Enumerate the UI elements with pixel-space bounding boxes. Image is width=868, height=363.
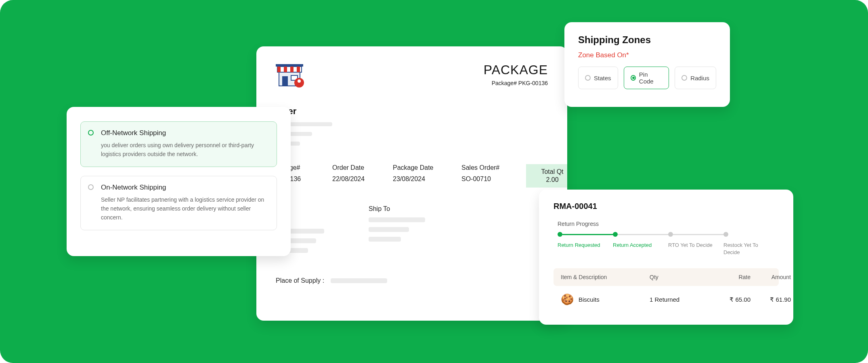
zone-option-label: Radius: [690, 75, 709, 81]
option-title: Off-Network Shipping: [101, 129, 269, 137]
col-item: Item & Description: [561, 274, 650, 280]
ship-to-block: Ship To: [369, 205, 490, 253]
zone-option-states[interactable]: States: [578, 67, 618, 89]
progress-step-accepted: Return Accepted: [613, 232, 668, 249]
progress-step-label: Return Requested: [558, 242, 602, 249]
store-icon: [276, 63, 305, 89]
svg-rect-6: [276, 64, 303, 67]
progress-step-rto: RTO Yet To Decide: [668, 232, 723, 249]
ship-to-label: Ship To: [369, 205, 490, 213]
col-amount: Amount: [751, 274, 791, 280]
biscuit-icon: 🍪: [561, 293, 574, 306]
progress-step-requested: Return Requested: [558, 232, 613, 249]
return-progress-label: Return Progress: [558, 221, 779, 227]
meta-label: Order Date: [332, 164, 393, 171]
package-subtitle: Package# PKG-00136: [484, 80, 548, 86]
progress-step-label: Restock Yet To Decide: [723, 242, 768, 256]
svg-rect-2: [277, 67, 281, 72]
progress-dot-icon: [668, 232, 673, 237]
rma-card: RMA-00041 Return Progress Return Request…: [539, 190, 793, 325]
meta-sales-order: Sales Order# SO-00710: [461, 164, 526, 183]
skeleton-line: [369, 217, 425, 222]
svg-rect-3: [284, 67, 287, 72]
rma-title: RMA-00041: [554, 202, 779, 211]
radio-icon: [631, 75, 636, 81]
col-rate: Rate: [702, 274, 751, 280]
progress-dot-icon: [558, 232, 562, 237]
shipping-zones-card: Shipping Zones Zone Based On* States Pin…: [564, 22, 730, 107]
progress-dot-icon: [723, 232, 728, 237]
meta-total-qty: Total Qt 2.00: [526, 164, 567, 188]
meta-value: 22/08/2024: [332, 175, 393, 183]
item-qty: 1 Returned: [650, 296, 702, 303]
item-table-row: 🍪 Biscuits 1 Returned ₹ 65.00 ₹ 61.90: [554, 286, 779, 306]
item-table: Item & Description Qty Rate Amount 🍪 Bis…: [554, 268, 779, 306]
option-title: On-Network Shipping: [101, 184, 269, 192]
option-description: you deliver orders using own delivery pe…: [101, 141, 269, 159]
progress-step-label: Return Accepted: [613, 242, 657, 249]
item-rate: ₹ 65.00: [702, 296, 751, 303]
option-off-network[interactable]: Off-Network Shipping you deliver orders …: [80, 121, 277, 167]
svg-rect-4: [290, 67, 294, 72]
zone-option-label: Pin Code: [639, 71, 662, 85]
skeleton-line: [331, 278, 387, 283]
skeleton-line: [369, 237, 401, 242]
option-description: Seller NP facilitates partnering with a …: [101, 196, 269, 222]
progress-step-restock: Restock Yet To Decide: [723, 232, 779, 256]
progress-dot-icon: [613, 232, 618, 237]
radio-icon: [681, 75, 687, 81]
radio-icon: [88, 130, 94, 136]
zones-required-label: Zone Based On*: [578, 51, 716, 59]
zone-option-pincode[interactable]: Pin Code: [624, 67, 669, 89]
option-on-network[interactable]: On-Network Shipping Seller NP facilitate…: [80, 176, 277, 230]
meta-value: 2.00: [533, 176, 567, 184]
item-table-header: Item & Description Qty Rate Amount: [554, 268, 779, 286]
item-name: Biscuits: [579, 296, 600, 303]
shipping-options-card: Off-Network Shipping you deliver orders …: [67, 107, 291, 256]
package-card: PACKAGE Package# PKG-00136 ylker ackage#…: [256, 46, 567, 321]
zone-option-radius[interactable]: Radius: [675, 67, 716, 89]
radio-icon: [585, 75, 591, 81]
meta-label: Total Qt: [533, 168, 567, 175]
zone-option-label: States: [594, 75, 611, 81]
place-of-supply-label: Place of Supply :: [276, 277, 324, 284]
meta-label: Package Date: [393, 164, 461, 171]
zones-title: Shipping Zones: [578, 34, 716, 46]
merchant-name: ylker: [276, 106, 548, 117]
progress-track: Return Requested Return Accepted RTO Yet…: [558, 232, 779, 256]
meta-label: Sales Order#: [461, 164, 526, 171]
svg-rect-7: [282, 76, 288, 86]
meta-package-date: Package Date 23/08/2024: [393, 164, 461, 183]
item-amount: ₹ 61.90: [751, 296, 791, 303]
meta-value: SO-00710: [461, 175, 526, 183]
place-of-supply-row: Place of Supply :: [276, 277, 548, 284]
package-title: PACKAGE: [484, 63, 548, 77]
svg-point-10: [298, 79, 301, 83]
radio-icon: [88, 184, 94, 190]
skeleton-line: [369, 227, 409, 232]
meta-value: 23/08/2024: [393, 175, 461, 183]
progress-step-label: RTO Yet To Decide: [668, 242, 713, 249]
col-qty: Qty: [650, 274, 702, 280]
meta-order-date: Order Date 22/08/2024: [332, 164, 393, 183]
svg-rect-5: [297, 67, 300, 72]
